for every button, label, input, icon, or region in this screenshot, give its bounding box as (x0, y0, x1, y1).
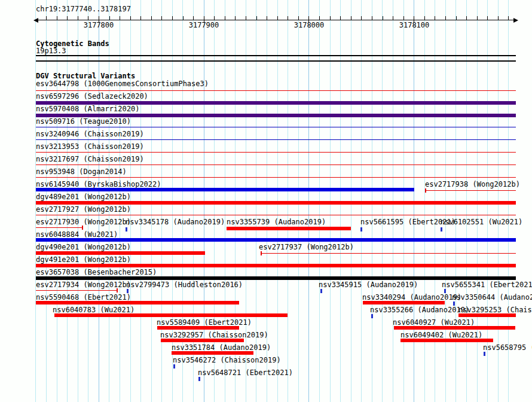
variant-line[interactable] (36, 215, 516, 215)
variant-label[interactable]: nsv5970408 (Almarri2020) (36, 106, 139, 112)
variant-label[interactable]: nsv953948 (Dogan2014) (36, 169, 127, 175)
variant-line[interactable] (36, 165, 516, 165)
variant-bar[interactable] (54, 313, 288, 317)
variant-bar[interactable] (458, 313, 516, 317)
variant-label[interactable]: nsv5589409 (Ebert2021) (157, 319, 252, 326)
ruler-tick-label: 3178000 (285, 22, 333, 29)
variant-point[interactable] (320, 289, 322, 293)
ruler-minor-tick (161, 16, 162, 20)
variant-bar[interactable] (161, 339, 244, 342)
variant-bar[interactable] (36, 264, 516, 267)
variant-point[interactable] (360, 227, 362, 232)
variant-label[interactable]: esv2717937 (Wong2012b) (259, 244, 354, 251)
variant-label[interactable]: nsv5590468 (Ebert2021) (36, 294, 131, 301)
variant-label[interactable]: esv3657038 (Besenbacher2015) (36, 269, 157, 276)
variant-label[interactable]: nsv3240946 (Chaisson2019) (36, 131, 144, 138)
variant-line[interactable] (36, 90, 516, 91)
ruler-minor-tick (235, 16, 236, 20)
variant-label[interactable]: nsv3340294 (Audano2019) (362, 294, 461, 301)
ruler-minor-tick (330, 16, 331, 20)
ruler-tick-label: 3177800 (75, 22, 123, 29)
ruler-minor-tick (193, 16, 194, 20)
variant-label[interactable]: nsv5655341 (Ebert2021) (442, 282, 532, 288)
ruler-minor-tick (130, 16, 131, 20)
variant-label[interactable]: nsv3213953 (Chaisson2019) (36, 144, 144, 150)
ruler-minor-tick (351, 16, 351, 20)
variant-line[interactable] (36, 290, 118, 291)
variant-label[interactable]: nsv3295253 (Chaisson2019) (458, 307, 532, 313)
variant-label[interactable]: nsv6048884 (Wu2021) (36, 232, 118, 238)
variant-bar[interactable] (36, 238, 516, 242)
variant-bar[interactable] (363, 301, 445, 304)
ruler-minor-tick (508, 16, 509, 20)
variant-point[interactable] (173, 364, 175, 368)
ruler-left-arrow-icon (33, 18, 38, 23)
ruler-minor-tick (298, 16, 299, 20)
variant-label[interactable]: esv2717927 (Wong2012b) (36, 206, 131, 213)
variant-label[interactable]: nsv6040783 (Wu2021) (53, 307, 134, 313)
variant-bar[interactable] (400, 339, 493, 342)
cytoband-name: 19p13.3 (36, 48, 66, 54)
variant-bar[interactable] (227, 227, 351, 230)
variant-bar[interactable] (172, 351, 253, 355)
variant-line[interactable] (36, 127, 516, 127)
variant-bar[interactable] (157, 326, 239, 330)
variant-line[interactable] (425, 190, 516, 191)
variant-point[interactable] (444, 289, 446, 293)
variant-bar[interactable] (36, 188, 414, 191)
variant-label[interactable]: dgv490e201 (Wong2012b) (36, 244, 131, 251)
variant-line[interactable] (36, 177, 516, 178)
variant-bar[interactable] (36, 276, 516, 280)
variant-point[interactable] (453, 302, 455, 306)
variant-label[interactable]: nsv3350644 (Audano2019) (452, 294, 532, 301)
variant-label[interactable]: nsv3217697 (Chaisson2019) (36, 156, 144, 163)
ruler-minor-tick (88, 16, 88, 20)
variant-label[interactable]: nsv2799473 (Huddleston2016) (126, 282, 243, 288)
variant-line[interactable] (36, 139, 516, 140)
ruler-tick-label: 3177900 (180, 22, 228, 29)
variant-label[interactable]: esv3644798 (1000GenomesConsortiumPhase3) (36, 81, 209, 87)
variant-label[interactable]: nsv5648721 (Ebert2021) (198, 370, 293, 376)
variant-label[interactable]: nsv6040927 (Wu2021) (393, 319, 475, 326)
variant-point[interactable] (198, 377, 200, 381)
variant-bar[interactable] (36, 201, 516, 205)
ruler-right-arrow-icon (513, 18, 518, 23)
ruler-minor-tick (319, 16, 320, 20)
variant-bar[interactable] (36, 251, 205, 255)
variant-label[interactable]: nsv3345178 (Audano2019) (126, 219, 225, 226)
variant-line[interactable] (36, 227, 83, 228)
variant-bar[interactable] (394, 326, 515, 330)
variant-label[interactable]: nsv3546272 (Chaisson2019) (173, 357, 281, 364)
variant-label[interactable]: nsv3355739 (Audano2019) (227, 219, 326, 226)
variant-end-tick (425, 188, 426, 193)
variant-label[interactable]: esv2717934 (Wong2012b) (36, 282, 131, 288)
ruler-minor-tick (466, 16, 467, 20)
variant-line[interactable] (36, 152, 516, 153)
variant-label[interactable]: esv2717938 (Wong2012b) (425, 181, 520, 188)
variant-point[interactable] (126, 227, 127, 232)
variant-point[interactable] (484, 352, 485, 356)
ruler-axis-line (35, 20, 516, 20)
variant-point[interactable] (371, 314, 373, 318)
variant-label[interactable]: nsv6102551 (Wu2021) (441, 219, 522, 226)
variant-label[interactable]: nsv3351784 (Audano2019) (172, 345, 271, 351)
variant-bar[interactable] (36, 301, 239, 304)
variant-line[interactable] (261, 253, 516, 254)
variant-label[interactable]: esv2717930 (Wong2012b) (36, 219, 131, 226)
variant-label[interactable]: nsv3292957 (Chaisson2019) (160, 332, 268, 339)
region-title: chr19:3177740..3178197 (36, 6, 131, 13)
variant-label[interactable]: dgv489e201 (Wong2012b) (36, 194, 131, 200)
variant-label[interactable]: nsv509716 (Teague2010) (36, 118, 131, 125)
variant-label[interactable]: nsv6145940 (ByrskaBishop2022) (36, 181, 161, 188)
variant-point[interactable] (127, 289, 129, 293)
ruler-minor-tick (435, 16, 435, 20)
variant-label[interactable]: nsv5658795 (Ebert2021) (483, 345, 532, 351)
variant-label[interactable]: nsv3355266 (Audano2019) (370, 307, 469, 313)
variant-point[interactable] (441, 227, 442, 232)
variant-label[interactable]: nsv6049402 (Wu2021) (400, 332, 482, 339)
variant-label[interactable]: nsv6597296 (Sedlazeck2020) (36, 93, 148, 100)
dgv-heading: DGV Structural Variants (36, 73, 135, 80)
variant-label[interactable]: dgv491e201 (Wong2012b) (36, 257, 131, 263)
ruler-minor-tick (67, 16, 68, 20)
variant-label[interactable]: nsv3345915 (Audano2019) (319, 282, 418, 288)
